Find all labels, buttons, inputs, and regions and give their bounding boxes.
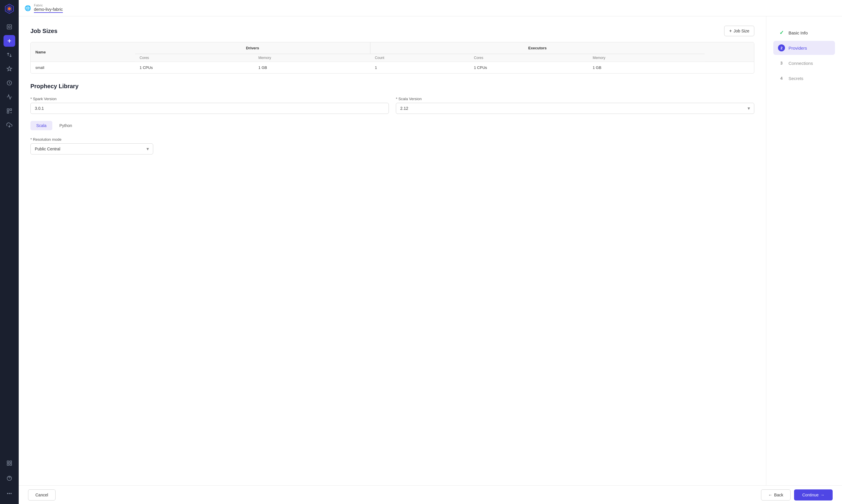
sidebar-item-deploy[interactable] xyxy=(3,119,15,131)
job-sizes-table-container: Name Drivers Executors Cores Memory Coun… xyxy=(30,42,754,74)
sidebar-item-dependencies[interactable] xyxy=(3,105,15,117)
job-sizes-title: Job Sizes xyxy=(30,28,57,34)
add-job-size-button[interactable]: + Job Size xyxy=(724,26,754,36)
svg-point-19 xyxy=(9,493,10,494)
continue-arrow-icon: → xyxy=(820,492,824,497)
col-drivers-header: Drivers xyxy=(135,42,371,54)
scala-version-select[interactable]: 2.11 2.12 2.13 xyxy=(396,103,754,114)
cancel-label: Cancel xyxy=(35,492,48,497)
step-item-basic-info[interactable]: ✓ Basic Info xyxy=(773,26,835,40)
sidebar-item-snapshots[interactable] xyxy=(3,21,15,33)
globe-icon: 🌐 xyxy=(24,5,31,12)
col-driver-memory-header: Memory xyxy=(254,54,371,62)
job-sizes-header: Job Sizes + Job Size xyxy=(30,26,754,36)
sidebar-item-grid[interactable] xyxy=(3,457,15,469)
spark-version-group: * Spark Version xyxy=(30,97,389,114)
cancel-button[interactable]: Cancel xyxy=(28,489,55,501)
step-label-basic-info: Basic Info xyxy=(789,30,808,35)
resolution-mode-select[interactable]: Public Central Private Custom xyxy=(30,143,153,155)
breadcrumb: Fabric demo-livy-fabric xyxy=(34,3,63,13)
steps-panel: ✓ Basic Info 2 Providers 3 Connections 4… xyxy=(766,16,842,485)
main-area: 🌐 Fabric demo-livy-fabric Job Sizes + Jo… xyxy=(19,0,842,504)
sidebar xyxy=(0,0,19,504)
spark-version-label: * Spark Version xyxy=(30,97,389,101)
sidebar-item-help[interactable] xyxy=(3,472,15,484)
table-row: small 1 CPUs 1 GB 1 1 CPUs 1 GB xyxy=(31,62,754,74)
job-sizes-tbody: small 1 CPUs 1 GB 1 1 CPUs 1 GB xyxy=(31,62,754,74)
svg-point-4 xyxy=(8,26,11,28)
prophecy-library-title: Prophecy Library xyxy=(30,83,754,90)
version-row: * Spark Version * Scala Version 2.11 2.1… xyxy=(30,97,754,114)
table-sub-header-row: Cores Memory Count Cores Memory xyxy=(31,54,754,62)
back-label: Back xyxy=(774,492,783,497)
language-tab-group: Scala Python xyxy=(30,121,754,130)
row-actions xyxy=(705,62,754,74)
row-exec-memory: 1 GB xyxy=(588,62,705,74)
fabric-title: demo-livy-fabric xyxy=(34,7,63,13)
continue-button[interactable]: Continue → xyxy=(794,489,832,501)
table-group-header-row: Name Drivers Executors xyxy=(31,42,754,54)
plus-icon: + xyxy=(729,28,732,34)
sidebar-item-history[interactable] xyxy=(3,77,15,89)
row-exec-cores: 1 CPUs xyxy=(469,62,588,74)
col-name-header: Name xyxy=(31,42,135,62)
step-item-secrets[interactable]: 4 Secrets xyxy=(773,71,835,85)
scala-version-select-wrapper: 2.11 2.12 2.13 ▼ xyxy=(396,103,754,114)
step-item-providers[interactable]: 2 Providers xyxy=(773,41,835,55)
row-driver-cores: 1 CPUs xyxy=(135,62,254,74)
row-exec-count: 1 xyxy=(370,62,469,74)
svg-rect-9 xyxy=(10,109,12,111)
back-button[interactable]: ← Back xyxy=(761,489,791,501)
sidebar-item-gems[interactable] xyxy=(3,63,15,75)
col-exec-cores-header: Cores xyxy=(469,54,588,62)
svg-rect-10 xyxy=(7,111,9,113)
sidebar-item-more[interactable] xyxy=(3,488,15,499)
step-num-basic-info: ✓ xyxy=(778,29,785,36)
step-label-secrets: Secrets xyxy=(789,76,803,81)
resolution-mode-select-wrapper: Public Central Private Custom ▼ xyxy=(30,143,153,155)
svg-point-2 xyxy=(8,7,11,10)
svg-rect-3 xyxy=(7,25,12,29)
resolution-mode-group: * Resolution mode Public Central Private… xyxy=(30,137,153,155)
scala-version-group: * Scala Version 2.11 2.12 2.13 ▼ xyxy=(396,97,754,114)
topbar: 🌐 Fabric demo-livy-fabric xyxy=(19,0,842,16)
tab-python[interactable]: Python xyxy=(53,121,78,130)
svg-point-20 xyxy=(11,493,12,494)
svg-rect-8 xyxy=(7,109,9,111)
row-name: small xyxy=(31,62,135,74)
step-num-connections: 3 xyxy=(778,59,785,67)
back-arrow-icon: ← xyxy=(768,492,772,497)
svg-point-18 xyxy=(7,493,8,494)
prophecy-library-section: Prophecy Library * Spark Version * Scala… xyxy=(30,83,754,155)
svg-rect-13 xyxy=(10,461,12,463)
step-label-providers: Providers xyxy=(789,46,807,51)
app-logo[interactable] xyxy=(4,3,15,14)
sidebar-item-add[interactable] xyxy=(3,35,15,47)
footer-right: ← Back Continue → xyxy=(761,489,832,501)
step-num-providers: 2 xyxy=(778,44,785,51)
tab-scala[interactable]: Scala xyxy=(30,121,52,130)
add-job-size-label: Job Size xyxy=(734,29,749,33)
content-wrapper: Job Sizes + Job Size Name Drivers Execut… xyxy=(19,16,842,485)
step-label-connections: Connections xyxy=(789,61,813,66)
step-num-secrets: 4 xyxy=(778,75,785,82)
main-content: Job Sizes + Job Size Name Drivers Execut… xyxy=(19,16,766,485)
spark-version-input[interactable] xyxy=(30,103,389,114)
step-item-connections[interactable]: 3 Connections xyxy=(773,56,835,70)
sidebar-item-activity[interactable] xyxy=(3,91,15,103)
resolution-mode-label: * Resolution mode xyxy=(30,137,153,142)
continue-label: Continue xyxy=(802,492,819,497)
footer: Cancel ← Back Continue → xyxy=(19,485,842,504)
svg-rect-12 xyxy=(7,461,9,463)
svg-rect-15 xyxy=(7,464,9,466)
breadcrumb-label: Fabric xyxy=(34,3,63,7)
col-exec-memory-header: Memory xyxy=(588,54,705,62)
sidebar-item-transforms[interactable] xyxy=(3,49,15,61)
job-sizes-table: Name Drivers Executors Cores Memory Coun… xyxy=(31,42,754,73)
col-actions-header xyxy=(705,42,754,62)
svg-rect-14 xyxy=(10,464,12,466)
col-driver-cores-header: Cores xyxy=(135,54,254,62)
row-driver-memory: 1 GB xyxy=(254,62,371,74)
scala-version-label: * Scala Version xyxy=(396,97,754,101)
col-executors-header: Executors xyxy=(370,42,704,54)
